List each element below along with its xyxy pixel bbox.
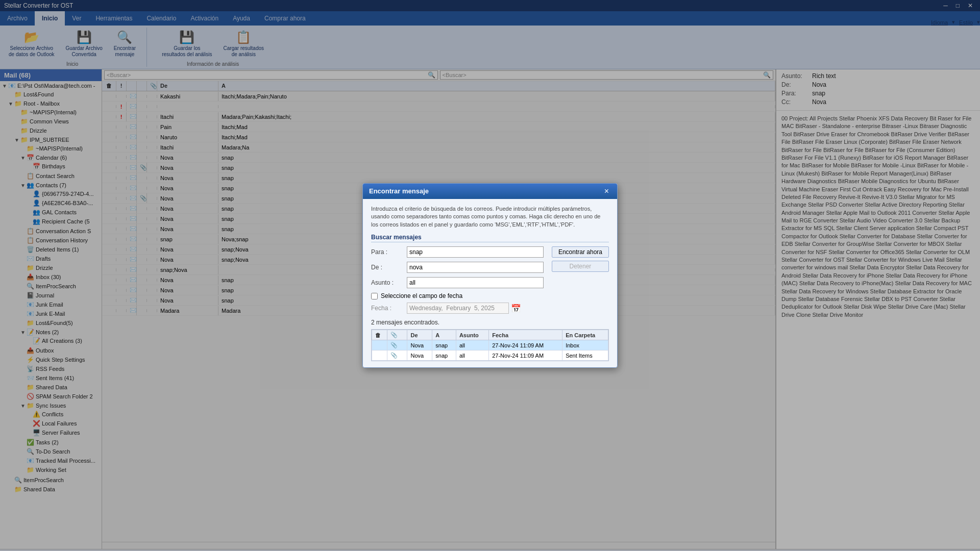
stop-button[interactable]: Detener: [552, 261, 609, 272]
modal-para-input[interactable]: [407, 246, 544, 258]
calendar-icon[interactable]: 📅: [511, 304, 521, 313]
modal-date-checkbox[interactable]: [371, 293, 378, 299]
result-cell-attach: 📎: [387, 340, 407, 350]
result-col-date: Fecha: [489, 330, 562, 340]
result-cell-from: Nova: [407, 340, 432, 350]
modal-date-checkbox-label[interactable]: Seleccione el campo de fecha: [381, 292, 462, 299]
modal-de-label: De :: [371, 264, 407, 271]
result-cell-attach: 📎: [387, 350, 407, 361]
modal-de-input[interactable]: [407, 262, 544, 273]
result-cell-folder: Sent Items: [562, 350, 608, 361]
result-col-subject: Asunto: [456, 330, 488, 340]
result-cell-del: [372, 350, 387, 361]
result-col-del: 🗑: [372, 330, 387, 340]
modal-overlay[interactable]: Encontrar mensaje × Introduzca el criter…: [0, 0, 980, 551]
modal-result-label: 2 mensajes encontrados.: [371, 319, 609, 326]
modal-result-thead: 🗑 📎 De A Asunto Fecha En Carpeta: [372, 330, 608, 340]
modal-description: Introduzca el criterio de búsqueda de lo…: [371, 205, 609, 229]
result-col-to: A: [432, 330, 456, 340]
modal-para-row: Para :: [371, 246, 544, 258]
modal-date-label: Fecha :: [371, 305, 407, 312]
modal-result-container: 🗑 📎 De A Asunto Fecha En Carpeta 📎: [371, 329, 609, 361]
modal-de-row: De :: [371, 262, 544, 273]
result-cell-from: Nova: [407, 350, 432, 361]
modal-result-row[interactable]: 📎 Nova snap all 27-Nov-24 11:09 AM Sent …: [372, 350, 608, 361]
modal-result-tbody: 📎 Nova snap all 27-Nov-24 11:09 AM Inbox…: [372, 340, 608, 361]
find-now-button[interactable]: Encontrar ahora: [552, 246, 609, 258]
modal-result-table: 🗑 📎 De A Asunto Fecha En Carpeta 📎: [372, 330, 608, 361]
modal-para-label: Para :: [371, 248, 407, 256]
result-col-folder: En Carpeta: [562, 330, 608, 340]
result-cell-date: 27-Nov-24 11:09 AM: [489, 350, 562, 361]
modal-result-header-row: 🗑 📎 De A Asunto Fecha En Carpeta: [372, 330, 608, 340]
modal-asunto-row: Asunto :: [371, 277, 544, 288]
modal-fields-container: Para : De : Asunto : Seleccione el campo…: [371, 246, 609, 319]
modal-buttons: Encontrar ahora Detener: [548, 246, 609, 319]
modal-result-row[interactable]: 📎 Nova snap all 27-Nov-24 11:09 AM Inbox: [372, 340, 608, 350]
modal-left-fields: Para : De : Asunto : Seleccione el campo…: [371, 246, 544, 319]
result-cell-folder: Inbox: [562, 340, 608, 350]
modal-date-input[interactable]: [407, 303, 509, 314]
result-cell-to: snap: [432, 350, 456, 361]
modal-title: Encontrar mensaje: [369, 187, 429, 195]
find-message-modal: Encontrar mensaje × Introduzca el criter…: [362, 183, 618, 368]
result-col-from: De: [407, 330, 432, 340]
result-cell-date: 27-Nov-24 11:09 AM: [489, 340, 562, 350]
result-cell-subject: all: [456, 340, 488, 350]
modal-header: Encontrar mensaje ×: [363, 184, 617, 199]
modal-section-label: Buscar mensajes: [371, 234, 609, 242]
result-col-attach: 📎: [387, 330, 407, 340]
modal-body: Introduzca el criterio de búsqueda de lo…: [363, 199, 617, 367]
modal-close-button[interactable]: ×: [602, 187, 611, 196]
modal-asunto-input[interactable]: [407, 277, 544, 288]
modal-date-checkbox-row: Seleccione el campo de fecha: [371, 292, 544, 299]
result-cell-subject: all: [456, 350, 488, 361]
result-cell-to: snap: [432, 340, 456, 350]
result-cell-del: [372, 340, 387, 350]
modal-asunto-label: Asunto :: [371, 279, 407, 286]
modal-date-row: Fecha : 📅: [371, 303, 544, 314]
